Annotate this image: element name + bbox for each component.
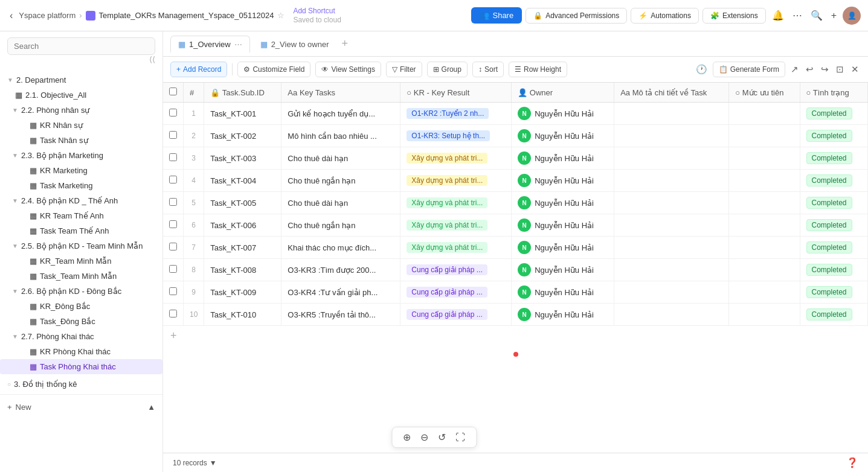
cell-key-tasks[interactable]: Mô hình cần bao nhiêu ... [281, 125, 400, 147]
add-shortcut-link[interactable]: Add Shortcut [293, 7, 341, 15]
table-row[interactable]: 7 Task_KT-007 Khai thác cho mục đích... … [163, 237, 868, 259]
extensions-button[interactable]: 🧩 Extensions [702, 8, 766, 24]
close-icon-btn[interactable]: ✕ [849, 62, 861, 77]
table-row[interactable]: 10 Task_KT-010 O3-KR5 :Truyền tải thô...… [163, 304, 868, 326]
sidebar-item-task-phong-khai-thac[interactable]: ▦ Task Phòng Khai thác ⋯ [0, 359, 162, 374]
cell-task-sub-id[interactable]: Task_KT-002 [204, 125, 281, 147]
row-checkbox[interactable] [169, 287, 177, 295]
zoom-out-button[interactable]: ⊖ [419, 430, 429, 444]
cell-tinh-trang[interactable]: Completed [800, 170, 867, 192]
cell-muc-uu-tien[interactable] [729, 103, 800, 125]
row-checkbox[interactable] [169, 109, 177, 116]
sidebar-item-phong-nhan-su[interactable]: ▼ 2.2. Phòng nhân sự [0, 103, 162, 118]
sidebar-item-kr-team-the-anh[interactable]: ▦ KR Team Thế Anh [0, 208, 162, 223]
cell-task-sub-id[interactable]: Task_KT-005 [204, 192, 281, 214]
row-height-button[interactable]: ☰ Row Height [509, 62, 567, 77]
cell-muc-uu-tien[interactable] [729, 147, 800, 170]
select-all-checkbox[interactable] [169, 88, 177, 95]
row-checkbox[interactable] [169, 310, 177, 317]
more-button[interactable]: ⋯ [790, 7, 805, 24]
cell-tinh-trang[interactable]: Completed [800, 214, 867, 237]
cell-kr[interactable]: Xây dựng và phát tri... [400, 192, 512, 214]
cell-owner[interactable]: N Nguyễn Hữu Hải [512, 237, 614, 259]
sidebar-item-kr-phong-khai-thac[interactable]: ▦ KR Phòng Khai thác [0, 344, 162, 359]
cell-owner[interactable]: N Nguyễn Hữu Hải [512, 259, 614, 281]
cell-mo-ta[interactable] [614, 125, 729, 147]
sidebar-item-bo-phan-marketing[interactable]: ▼ 2.3. Bộ phận Marketing [0, 148, 162, 163]
new-button[interactable]: + New ▲ [7, 400, 155, 415]
cell-mo-ta[interactable] [614, 192, 729, 214]
cell-kr[interactable]: Cung cấp giải pháp ... [400, 304, 512, 326]
col-header-key-tasks[interactable]: Aa Key Tasks [281, 83, 400, 103]
cell-task-sub-id[interactable]: Task_KT-001 [204, 103, 281, 125]
cell-key-tasks[interactable]: Cho thuê ngắn hạn [281, 214, 400, 237]
search-button[interactable]: 🔍 [808, 7, 825, 24]
col-header-kr[interactable]: ○ KR - Key Result [400, 83, 512, 103]
automations-button[interactable]: ⚡ Automations [631, 8, 699, 24]
cell-kr[interactable]: Cung cấp giải pháp ... [400, 259, 512, 281]
cell-mo-ta[interactable] [614, 170, 729, 192]
cell-key-tasks[interactable]: Cho thuê dài hạn [281, 192, 400, 214]
cell-muc-uu-tien[interactable] [729, 125, 800, 147]
sidebar-item-bo-phan-kd-minh-man[interactable]: ▼ 2.5. Bộ phận KD - Team Minh Mẫn [0, 238, 162, 254]
cell-tinh-trang[interactable]: Completed [800, 237, 867, 259]
zoom-in-button[interactable]: ⊕ [402, 430, 412, 444]
sidebar-item-phong-khai-thac[interactable]: ▼ 2.7. Phòng Khai thác [0, 329, 162, 344]
sidebar-item-department[interactable]: ▼ 2. Department [0, 72, 162, 88]
table-row[interactable]: 3 Task_KT-003 Cho thuê dài hạn Xây dựng … [163, 147, 868, 170]
table-row[interactable]: 9 Task_KT-009 O3-KR4 :Tư vấn giải ph... … [163, 281, 868, 304]
cell-mo-ta[interactable] [614, 237, 729, 259]
back-button[interactable]: ‹ [7, 8, 15, 24]
sidebar-item-bo-phan-kd-dong-bac[interactable]: ▼ 2.6. Bộ phận KD - Đông Bắc [0, 284, 162, 299]
sidebar-item-kr-nhan-su[interactable]: ▦ KR Nhân sự [0, 118, 162, 133]
cell-key-tasks[interactable]: O3-KR3 :Tìm được 200... [281, 259, 400, 281]
add-row-button[interactable]: + [163, 326, 868, 346]
cell-tinh-trang[interactable]: Completed [800, 147, 867, 170]
toolbar-clock-icon[interactable]: 🕐 [694, 62, 709, 77]
col-header-tinh-trang[interactable]: ○ Tình trạng [800, 83, 867, 103]
add-record-button[interactable]: + Add Record [170, 62, 227, 77]
sidebar-item-task-marketing[interactable]: ▦ Task Marketing [0, 178, 162, 193]
cell-task-sub-id[interactable]: Task_KT-008 [204, 259, 281, 281]
share-icon-btn[interactable]: ↗ [789, 62, 800, 77]
cell-kr[interactable]: Xây dựng và phát tri... [400, 214, 512, 237]
col-header-mo-ta[interactable]: Aa Mô tả chi tiết về Task [614, 83, 729, 103]
cell-mo-ta[interactable] [614, 281, 729, 304]
row-checkbox[interactable] [169, 220, 177, 228]
cell-muc-uu-tien[interactable] [729, 304, 800, 326]
cell-muc-uu-tien[interactable] [729, 192, 800, 214]
cell-owner[interactable]: N Nguyễn Hữu Hải [512, 147, 614, 170]
row-checkbox[interactable] [169, 176, 177, 183]
cell-key-tasks[interactable]: Gửi kế hoạch tuyển dụ... [281, 103, 400, 125]
cell-mo-ta[interactable] [614, 214, 729, 237]
avatar[interactable]: 👤 [843, 7, 861, 25]
generate-form-button[interactable]: 📋 Generate Form [713, 62, 785, 77]
row-checkbox[interactable] [169, 265, 177, 273]
cell-muc-uu-tien[interactable] [729, 214, 800, 237]
cell-key-tasks[interactable]: Khai thác cho mục đích... [281, 237, 400, 259]
cell-mo-ta[interactable] [614, 259, 729, 281]
table-row[interactable]: 2 Task_KT-002 Mô hình cần bao nhiêu ... … [163, 125, 868, 147]
table-row[interactable]: 4 Task_KT-004 Cho thuê ngắn hạn Xây dựng… [163, 170, 868, 192]
add-tab-button[interactable]: + [339, 37, 351, 50]
table-row[interactable]: 1 Task_KT-001 Gửi kế hoạch tuyển dụ... O… [163, 103, 868, 125]
collapse-sidebar-icon[interactable]: ⟨⟨ [149, 55, 155, 64]
row-checkbox[interactable] [169, 198, 177, 206]
cell-kr[interactable]: O1-KR2 :Tuyển 2 nh... [400, 103, 512, 125]
sidebar-item-kr-team-minh-man[interactable]: ▦ KR_Team Minh Mẫn [0, 254, 162, 269]
sidebar-item-task-team-minh-man[interactable]: ▦ Task_Team Minh Mẫn [0, 269, 162, 284]
cell-owner[interactable]: N Nguyễn Hữu Hải [512, 125, 614, 147]
col-header-owner[interactable]: 👤 Owner [512, 83, 614, 103]
sidebar-item-task-dong-bac[interactable]: ▦ Task_Đông Bắc [0, 314, 162, 329]
cell-owner[interactable]: N Nguyễn Hữu Hải [512, 170, 614, 192]
view-settings-button[interactable]: 👁 View Settings [315, 62, 381, 77]
expand-icon-btn[interactable]: ⊡ [834, 62, 846, 77]
cell-task-sub-id[interactable]: Task_KT-004 [204, 170, 281, 192]
cell-muc-uu-tien[interactable] [729, 281, 800, 304]
cell-tinh-trang[interactable]: Completed [800, 192, 867, 214]
undo-button[interactable]: ↩ [804, 62, 815, 77]
cell-kr[interactable]: Xây dựng và phát tri... [400, 237, 512, 259]
cell-owner[interactable]: N Nguyễn Hữu Hải [512, 192, 614, 214]
sidebar-item-bo-phan-kd-the-anh[interactable]: ▼ 2.4. Bộ phận KD _ Thế Anh [0, 193, 162, 208]
sidebar-item-objective-all[interactable]: ▦ 2.1. Objective_All [0, 88, 162, 103]
